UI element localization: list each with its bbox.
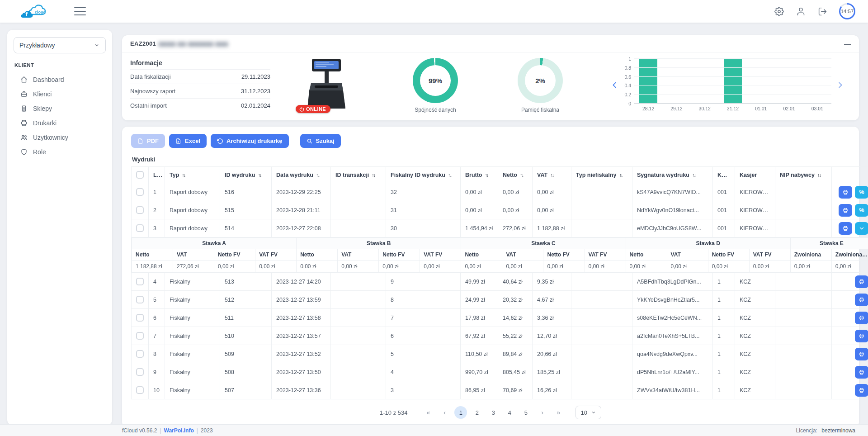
print-row-button[interactable] xyxy=(855,348,868,360)
pagination-page-button[interactable]: 3 xyxy=(487,406,500,419)
pdf-export-button[interactable]: PDF xyxy=(131,134,165,148)
session-timer-badge[interactable]: 14:57 xyxy=(839,3,855,19)
column-header[interactable]: Sygnatura wydruku↑↓ xyxy=(632,167,713,183)
chevron-left-icon xyxy=(611,81,619,89)
column-header[interactable]: NIP nabywcy↑↓ xyxy=(775,167,832,183)
archive-printer-button[interactable]: Archiwizuj drukarkę xyxy=(211,134,289,148)
row-checkbox[interactable] xyxy=(136,350,144,358)
table-row: 7 Fiskalny 510 2023-12-27 13:57 6 67,92 … xyxy=(132,327,868,345)
y-axis-tick: 1 xyxy=(628,56,631,62)
sort-icon[interactable]: ↑↓ xyxy=(550,172,553,178)
cell-nip xyxy=(775,219,832,237)
cell-id-wydruku: 513 xyxy=(220,273,272,291)
fcloud-logo[interactable]: f cloud xyxy=(18,3,48,19)
row-checkbox[interactable] xyxy=(136,206,144,214)
print-row-button[interactable] xyxy=(855,330,868,342)
sort-icon[interactable]: ↑↓ xyxy=(817,172,821,178)
cell-data-wydruku: 2023-12-27 22:08 xyxy=(272,219,331,237)
print-row-button[interactable] xyxy=(839,222,852,235)
chart-next-button[interactable] xyxy=(834,79,846,92)
chart-prev-button[interactable] xyxy=(609,79,621,92)
print-row-button[interactable] xyxy=(855,294,868,306)
pagination-page-button[interactable]: 5 xyxy=(519,406,532,419)
sidebar-item-klienci[interactable]: Klienci xyxy=(14,87,106,101)
menu-toggle-button[interactable] xyxy=(74,7,86,15)
cell-kasa: 001 xyxy=(713,219,735,237)
column-header[interactable]: ID wydruku↑↓ xyxy=(220,167,272,183)
print-row-button[interactable] xyxy=(839,204,852,217)
column-header[interactable]: Netto↑↓ xyxy=(498,167,533,183)
printer-icon xyxy=(859,369,865,375)
print-row-button[interactable] xyxy=(855,366,868,379)
sort-icon[interactable]: ↑↓ xyxy=(520,172,523,178)
company-select[interactable]: Przykładowy xyxy=(14,37,106,53)
page-size-select[interactable]: 10 xyxy=(576,406,601,419)
vat-rates-row-button[interactable]: % xyxy=(855,204,868,217)
row-checkbox[interactable] xyxy=(136,278,144,285)
pagination-page-button[interactable]: 1 xyxy=(454,406,467,419)
sidebar-item-dashboard[interactable]: Dashboard xyxy=(14,72,106,87)
column-header-label: Typ niefiskalny xyxy=(576,172,616,178)
cell-data-wydruku: 2023-12-27 13:36 xyxy=(272,381,331,399)
row-actions xyxy=(836,330,868,342)
settings-gear-icon[interactable] xyxy=(774,6,784,16)
column-header[interactable]: Typ↑↓ xyxy=(165,167,220,183)
pagination-first-button[interactable]: « xyxy=(422,406,434,419)
row-checkbox[interactable] xyxy=(136,296,144,303)
sort-icon[interactable]: ↑↓ xyxy=(485,172,488,178)
sidebar: Przykładowy KLIENT Dashboard Klienci Skl… xyxy=(7,30,112,425)
print-row-button[interactable] xyxy=(855,312,868,324)
pagination-page-button[interactable]: 2 xyxy=(471,406,483,419)
column-header[interactable]: Fiskalny ID wydruku↑↓ xyxy=(386,167,461,183)
vendor-link[interactable]: WarPol.Info xyxy=(164,427,194,434)
collapse-card-button[interactable]: — xyxy=(844,40,851,47)
column-header[interactable]: Data wydruku↑↓ xyxy=(272,167,331,183)
row-checkbox[interactable] xyxy=(136,188,144,196)
sort-icon[interactable]: ↑↓ xyxy=(316,172,319,178)
row-checkbox[interactable] xyxy=(136,368,144,376)
row-checkbox[interactable] xyxy=(136,224,144,232)
pagination-prev-button[interactable]: ‹ xyxy=(438,406,451,419)
sidebar-item-sklepy[interactable]: Sklepy xyxy=(14,101,106,116)
sort-icon[interactable]: ↑↓ xyxy=(258,172,261,178)
stawka-column-header: Zwolniona FV xyxy=(831,249,868,261)
sort-icon[interactable]: ↑↓ xyxy=(448,172,451,178)
cell-netto: 20,32 zł xyxy=(498,291,533,309)
table-row: 8 Fiskalny 509 2023-12-27 13:52 5 110,50… xyxy=(132,345,868,363)
excel-export-button[interactable]: Excel xyxy=(169,134,207,148)
sidebar-item-drukarki[interactable]: Drukarki xyxy=(14,116,106,130)
sidebar-item-uzytkownicy[interactable]: Użytkownicy xyxy=(14,130,106,145)
logout-icon[interactable] xyxy=(817,6,827,16)
cloud-logo-icon: f cloud xyxy=(18,3,48,19)
row-checkbox[interactable] xyxy=(136,332,144,340)
search-button[interactable]: Szukaj xyxy=(300,134,341,148)
sort-icon[interactable]: ↑↓ xyxy=(692,172,695,178)
column-header[interactable]: ID transakcji↑↓ xyxy=(331,167,386,183)
print-row-button[interactable] xyxy=(855,384,868,397)
pagination-last-button[interactable]: » xyxy=(552,406,565,419)
user-profile-icon[interactable] xyxy=(796,6,806,16)
cell-lp: 7 xyxy=(149,327,165,345)
pagination-next-button[interactable]: › xyxy=(536,406,548,419)
select-all-checkbox[interactable] xyxy=(136,171,144,179)
sort-icon[interactable]: ↑↓ xyxy=(182,172,185,178)
vat-rates-row-button[interactable]: % xyxy=(855,186,868,199)
cell-brutto: 24,99 zł xyxy=(461,291,498,309)
row-checkbox[interactable] xyxy=(136,314,144,322)
stawka-group-header: Stawka E xyxy=(790,238,868,249)
gauge-data-consistency: 99% Spójność danych xyxy=(408,58,462,113)
column-header[interactable]: Brutto↑↓ xyxy=(461,167,498,183)
row-checkbox[interactable] xyxy=(136,386,144,394)
column-header[interactable]: VAT↑↓ xyxy=(533,167,571,183)
sidebar-item-role[interactable]: Role xyxy=(14,145,106,159)
sort-icon[interactable]: ↑↓ xyxy=(619,172,622,178)
pagination-page-button[interactable]: 4 xyxy=(503,406,516,419)
y-axis-tick: 0.4 xyxy=(624,83,631,88)
print-row-button[interactable] xyxy=(855,275,868,288)
cell-kasjer: KCZ xyxy=(735,381,775,399)
sort-icon[interactable]: ↑↓ xyxy=(372,172,375,178)
info-value: 31.12.2023 xyxy=(241,88,270,95)
collapse-row-button[interactable] xyxy=(855,222,868,235)
print-row-button[interactable] xyxy=(839,186,852,199)
column-header[interactable]: Typ niefiskalny↑↓ xyxy=(571,167,632,183)
